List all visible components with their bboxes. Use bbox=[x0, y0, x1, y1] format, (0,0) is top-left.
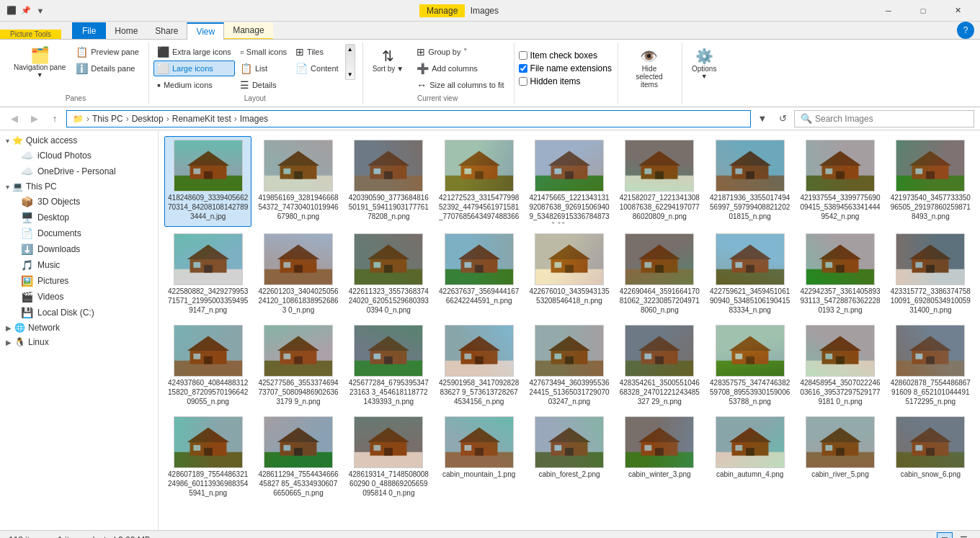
large-icons-button[interactable]: ⬜ Large icons bbox=[153, 60, 235, 76]
details-pane-button[interactable]: ℹ️ Details pane bbox=[72, 60, 143, 76]
tab-file[interactable]: File bbox=[72, 22, 106, 39]
dropdown-icon[interactable]: ▼ bbox=[35, 5, 46, 17]
file-item[interactable]: 421937554_339977569009415_53894563341444… bbox=[796, 136, 883, 227]
nav-quick-access[interactable]: ▾ ⭐ Quick access bbox=[0, 133, 158, 148]
file-item[interactable]: 418248609_333940566270314_84208108142789… bbox=[164, 136, 251, 227]
help-button[interactable]: ? bbox=[957, 22, 974, 39]
details-view-toggle[interactable]: ☰ bbox=[956, 532, 971, 539]
file-item[interactable]: 422676010_343594313553208546418_n.png bbox=[525, 230, 612, 318]
nav-icloud[interactable]: ☁️ iCloud Photos bbox=[0, 148, 158, 163]
tiles-button[interactable]: ⊞ Tiles bbox=[292, 44, 342, 60]
path-renamekit[interactable]: RenameKit test bbox=[172, 114, 231, 124]
file-item[interactable]: 422611323_355736837424020_62051529680393… bbox=[345, 230, 432, 318]
search-input[interactable] bbox=[815, 114, 968, 124]
file-item[interactable]: 428354261_350055104668328_24701221243485… bbox=[616, 321, 703, 410]
pin-icon[interactable]: 📌 bbox=[20, 5, 32, 17]
file-name-extensions-row[interactable]: File name extensions bbox=[519, 63, 612, 74]
medium-icons-button[interactable]: ▪️ Medium icons bbox=[153, 77, 235, 93]
file-item[interactable]: 419856169_328194666854372_74730401019946… bbox=[254, 136, 342, 227]
tab-view[interactable]: View bbox=[187, 22, 224, 40]
large-view-toggle[interactable]: ⊞ bbox=[937, 532, 953, 539]
options-button[interactable]: ⚙️ Options ▼ bbox=[687, 44, 721, 84]
nav-local-disk[interactable]: 💾 Local Disk (C:) bbox=[0, 305, 158, 320]
file-item[interactable]: 424937860_408448831215820_87209570196642… bbox=[164, 321, 251, 410]
tab-manage[interactable]: Manage bbox=[224, 22, 272, 39]
preview-pane-button[interactable]: 📋 Preview pane bbox=[72, 44, 143, 60]
file-item[interactable]: 421272523_331547799852392_44794561971581… bbox=[435, 136, 522, 227]
file-item[interactable]: cabin_winter_3.png bbox=[616, 413, 703, 501]
file-area[interactable]: 418248609_333940566270314_84208108142789… bbox=[159, 130, 980, 530]
hidden-items-row[interactable]: Hidden items bbox=[519, 76, 581, 87]
address-dropdown-button[interactable]: ▼ bbox=[754, 110, 771, 127]
file-item[interactable]: 423315772_338637475810091_69280534910059… bbox=[887, 230, 974, 318]
file-item[interactable]: cabin_autumn_4.png bbox=[706, 413, 793, 501]
file-item[interactable]: 427673494_360399553624415_51365031729070… bbox=[525, 321, 612, 410]
nav-network[interactable]: ▶ 🌐 Network bbox=[0, 320, 158, 335]
file-item[interactable]: cabin_river_5.png bbox=[796, 413, 883, 501]
path-this-pc[interactable]: This PC bbox=[92, 114, 123, 124]
forward-button[interactable]: ▶ bbox=[26, 110, 43, 127]
nav-documents[interactable]: 📄 Documents bbox=[0, 225, 158, 241]
back-button[interactable]: ◀ bbox=[6, 110, 23, 127]
nav-onedrive[interactable]: ☁️ OneDrive - Personal bbox=[0, 163, 158, 179]
nav-videos[interactable]: 🎬 Videos bbox=[0, 289, 158, 305]
file-item[interactable]: 422601203_340402505624120_10861838952686… bbox=[254, 230, 342, 318]
file-item[interactable]: 428619314_714850800860290 0_488869205659… bbox=[345, 413, 432, 501]
file-item[interactable]: 421475665_122134313192087638_92691506940… bbox=[525, 136, 612, 227]
navigation-pane-button[interactable]: 🗂️ Navigation pane ▼ bbox=[9, 44, 71, 82]
file-item[interactable]: 425677284_679539534723163 3_454618118772… bbox=[345, 321, 432, 410]
file-item[interactable]: 422637637_356944416766242244591_n.png bbox=[435, 230, 522, 318]
nav-music[interactable]: 🎵 Music bbox=[0, 257, 158, 273]
file-item[interactable]: 420390590_377368481650191_59411903177761… bbox=[345, 136, 432, 227]
file-item[interactable]: 422942357_336140589393113_54728876362228… bbox=[796, 230, 883, 318]
hidden-items-checkbox[interactable] bbox=[519, 77, 527, 86]
file-item[interactable]: 421973540_345773335096505_29197860259871… bbox=[887, 136, 974, 227]
maximize-button[interactable]: □ bbox=[906, 0, 940, 22]
file-item[interactable]: 428458954_350702224603616_39537297529177… bbox=[796, 321, 883, 410]
path-desktop[interactable]: Desktop bbox=[132, 114, 164, 124]
file-name-extensions-checkbox[interactable] bbox=[519, 64, 527, 73]
close-button[interactable]: ✕ bbox=[941, 0, 974, 22]
file-item[interactable]: 421582027_122134130810087638_62294197077… bbox=[616, 136, 703, 227]
nav-pictures[interactable]: 🖼️ Pictures bbox=[0, 273, 158, 289]
size-all-columns-button[interactable]: ↔️ Size all columns to fit bbox=[413, 77, 507, 93]
small-icons-button[interactable]: ▫️ Small icons bbox=[236, 44, 290, 60]
nav-downloads[interactable]: ⬇️ Downloads bbox=[0, 241, 158, 257]
details-view-button[interactable]: ☰ Details bbox=[236, 77, 290, 93]
list-button[interactable]: 📋 List bbox=[236, 60, 290, 76]
sort-by-button[interactable]: ⇅ Sort by ▼ bbox=[368, 44, 409, 76]
file-item[interactable]: 428611294_755443466645827 85_45334930607… bbox=[254, 413, 342, 501]
file-item[interactable]: 425901958_341709282883627 9_573613728267… bbox=[435, 321, 522, 410]
file-item[interactable]: 428357575_347474638259708_89553930159006… bbox=[706, 321, 793, 410]
address-path[interactable]: 📁 › This PC › Desktop › RenameKit test ›… bbox=[66, 110, 751, 127]
content-button[interactable]: 📄 Content bbox=[292, 60, 342, 76]
tab-home[interactable]: Home bbox=[106, 22, 146, 39]
up-button[interactable]: ↑ bbox=[46, 110, 63, 127]
file-item[interactable]: 421871936_335501749456997_59799408821202… bbox=[706, 136, 793, 227]
item-check-boxes-row[interactable]: Item check boxes bbox=[519, 50, 597, 61]
quick-access-icon[interactable]: ⬛ bbox=[6, 5, 17, 17]
add-columns-button[interactable]: ➕ Add columns bbox=[413, 60, 507, 76]
layout-scroll-arrows[interactable]: ▲ ▼ bbox=[345, 44, 355, 80]
nav-linux[interactable]: ▶ 🐧 Linux bbox=[0, 335, 158, 349]
nav-this-pc[interactable]: ▾ 💻 This PC bbox=[0, 179, 158, 194]
extra-large-icons-button[interactable]: ⬛ Extra large icons bbox=[153, 44, 235, 60]
minimize-button[interactable]: ─ bbox=[872, 0, 905, 22]
file-item[interactable]: 422690464_359166417081062_32230857204971… bbox=[616, 230, 703, 318]
hide-selected-button[interactable]: 👁️ Hide selected items bbox=[623, 44, 676, 92]
file-item[interactable]: 422580882_342927995371571_21995003359495… bbox=[164, 230, 251, 318]
nav-desktop[interactable]: 🖥️ Desktop bbox=[0, 210, 158, 225]
file-item[interactable]: cabin_snow_6.png bbox=[887, 413, 974, 501]
file-item[interactable]: 428607189_755448632124986_60113936988354… bbox=[164, 413, 251, 501]
nav-3d-objects[interactable]: 📦 3D Objects bbox=[0, 194, 158, 210]
file-item[interactable]: 422759621_345945106190940_53485106190415… bbox=[706, 230, 793, 318]
group-by-button[interactable]: ⊞ Group by ˅ bbox=[413, 44, 507, 60]
item-check-boxes-checkbox[interactable] bbox=[519, 51, 527, 60]
file-item[interactable]: cabin_forest_2.png bbox=[525, 413, 612, 501]
file-item[interactable]: 428602878_755448686791609 8_652101044491… bbox=[887, 321, 974, 410]
file-item[interactable]: cabin_mountain_1.png bbox=[435, 413, 522, 501]
path-images[interactable]: Images bbox=[240, 114, 268, 124]
tab-share[interactable]: Share bbox=[146, 22, 187, 39]
refresh-button[interactable]: ↺ bbox=[774, 110, 791, 127]
search-box[interactable]: 🔍 bbox=[794, 110, 974, 127]
